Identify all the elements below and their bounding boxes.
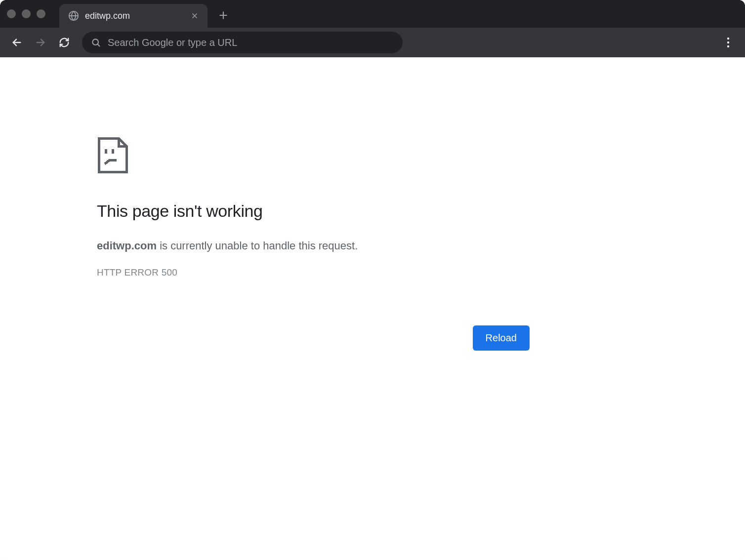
browser-window: editwp.com	[0, 0, 745, 560]
error-message: editwp.com is currently unable to handle…	[97, 239, 530, 253]
forward-button[interactable]	[31, 33, 50, 52]
tab-close-button[interactable]	[189, 10, 201, 22]
window-close-button[interactable]	[7, 9, 16, 18]
error-container: This page isn't working editwp.com is cu…	[97, 136, 530, 351]
reload-row: Reload	[97, 325, 530, 351]
svg-rect-5	[105, 149, 107, 154]
toolbar	[0, 28, 745, 57]
error-title: This page isn't working	[97, 201, 530, 221]
svg-point-3	[727, 41, 729, 43]
browser-tab[interactable]: editwp.com	[59, 4, 207, 28]
svg-point-4	[727, 45, 729, 47]
reload-button[interactable]: Reload	[473, 325, 530, 351]
svg-point-2	[727, 38, 729, 40]
error-message-suffix: is currently unable to handle this reque…	[157, 240, 358, 252]
search-icon	[91, 38, 101, 47]
window-maximize-button[interactable]	[37, 9, 45, 18]
page-content: This page isn't working editwp.com is cu…	[0, 57, 745, 560]
new-tab-button[interactable]	[213, 5, 233, 25]
window-minimize-button[interactable]	[22, 9, 31, 18]
address-input[interactable]	[108, 37, 394, 48]
browser-menu-button[interactable]	[718, 33, 738, 52]
back-button[interactable]	[7, 33, 27, 52]
tab-title: editwp.com	[85, 11, 189, 21]
error-code: HTTP ERROR 500	[97, 267, 530, 278]
tab-strip: editwp.com	[0, 0, 745, 28]
error-host: editwp.com	[97, 240, 157, 252]
browser-chrome: editwp.com	[0, 0, 745, 57]
window-controls	[7, 9, 45, 18]
address-bar[interactable]	[82, 32, 403, 53]
sad-file-icon	[97, 136, 128, 174]
globe-icon	[68, 10, 79, 21]
reload-toolbar-button[interactable]	[54, 33, 74, 52]
svg-rect-6	[112, 149, 114, 154]
